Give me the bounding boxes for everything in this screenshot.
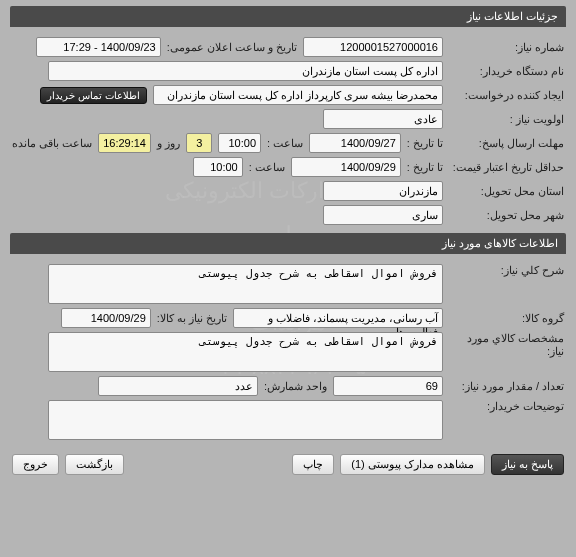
validity-date: 1400/09/29 bbox=[291, 157, 401, 177]
contact-buyer-button[interactable]: اطلاعات تماس خریدار bbox=[40, 87, 147, 104]
qty-label: تعداد / مقدار مورد نیاز: bbox=[449, 380, 564, 393]
announce-value: 1400/09/23 - 17:29 bbox=[36, 37, 161, 57]
need-number: 1200001527000016 bbox=[303, 37, 443, 57]
goods-section-header: اطلاعات کالاهای مورد نیاز bbox=[10, 233, 566, 254]
need-number-label: شماره نیاز: bbox=[449, 41, 564, 54]
spec-value bbox=[48, 332, 443, 372]
buyer-label: نام دستگاه خریدار: bbox=[449, 65, 564, 78]
exit-button[interactable]: خروج bbox=[12, 454, 59, 475]
back-button[interactable]: بازگشت bbox=[65, 454, 124, 475]
attachments-button[interactable]: مشاهده مدارک پیوستی (1) bbox=[340, 454, 485, 475]
print-button[interactable]: چاپ bbox=[292, 454, 334, 475]
deadline-time: 10:00 bbox=[218, 133, 261, 153]
requester-label: ایجاد کننده درخواست: bbox=[449, 89, 564, 102]
qty-value: 69 bbox=[333, 376, 443, 396]
group-label: گروه کالا: bbox=[449, 312, 564, 325]
buyer-notes-value bbox=[48, 400, 443, 440]
unit-label: واحد شمارش: bbox=[264, 380, 327, 393]
announce-label: تاریخ و ساعت اعلان عمومی: bbox=[167, 41, 297, 54]
need-date-value: 1400/09/29 bbox=[61, 308, 151, 328]
province-value: مازندران bbox=[323, 181, 443, 201]
deadline-date: 1400/09/27 bbox=[309, 133, 401, 153]
buyer-notes-label: توضیحات خریدار: bbox=[449, 400, 564, 413]
remain-days: 3 bbox=[186, 133, 212, 153]
city-label: شهر محل تحویل: bbox=[449, 209, 564, 222]
days-lbl: روز و bbox=[157, 137, 180, 150]
respond-button[interactable]: پاسخ به نیاز bbox=[491, 454, 564, 475]
time-lbl-2: ساعت : bbox=[249, 161, 285, 174]
priority-label: اولویت نیاز : bbox=[449, 113, 564, 126]
spec-label: مشخصات کالاي مورد نیاز: bbox=[449, 332, 564, 358]
to-date-lbl-2: تا تاریخ : bbox=[407, 161, 443, 174]
province-label: استان محل تحویل: bbox=[449, 185, 564, 198]
time-lbl-1: ساعت : bbox=[267, 137, 303, 150]
buyer-value: اداره کل پست استان مازندران bbox=[48, 61, 443, 81]
validity-label: حداقل تاریخ اعتبار قیمت: bbox=[449, 161, 564, 174]
button-row: پاسخ به نیاز مشاهده مدارک پیوستی (1) چاپ… bbox=[10, 448, 566, 481]
unit-value: عدد bbox=[98, 376, 258, 396]
need-section-header: جزئیات اطلاعات نیاز bbox=[10, 6, 566, 27]
to-date-lbl-1: تا تاریخ : bbox=[407, 137, 443, 150]
general-value bbox=[48, 264, 443, 304]
remain-lbl: ساعت باقی مانده bbox=[12, 137, 92, 150]
priority-value: عادی bbox=[323, 109, 443, 129]
deadline-label: مهلت ارسال پاسخ: bbox=[449, 137, 564, 150]
remain-time: 16:29:14 bbox=[98, 133, 151, 153]
city-value: ساری bbox=[323, 205, 443, 225]
validity-time: 10:00 bbox=[193, 157, 243, 177]
need-date-label: تاریخ نیاز به کالا: bbox=[157, 312, 227, 325]
group-value: آب رسانی، مدیریت پسماند، فاضلاب و فعالیت… bbox=[233, 308, 443, 328]
requester-value: محمدرضا بیشه سری کارپرداز اداره کل پست ا… bbox=[153, 85, 443, 105]
general-label: شرح کلي نیاز: bbox=[449, 264, 564, 277]
